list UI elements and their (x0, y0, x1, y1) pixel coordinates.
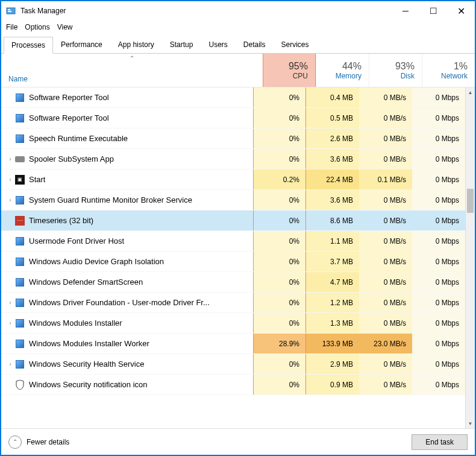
memory-value: 4.7 MB (306, 272, 359, 292)
shield-icon (14, 379, 25, 390)
cpu-value: 0% (253, 252, 306, 271)
column-network[interactable]: 1% Network (422, 54, 475, 87)
column-memory[interactable]: 44% Memory (316, 54, 369, 87)
app-default-icon (14, 195, 25, 206)
app-default-icon (14, 133, 25, 144)
process-list-area: Software Reporter Tool0%0.4 MB0 MB/s0 Mb… (1, 87, 475, 428)
menu-file[interactable]: File (6, 23, 17, 31)
minimize-button[interactable]: ─ (392, 2, 419, 20)
chevron-up-icon: ⌃ (8, 435, 22, 449)
network-value: 0 Mbps (412, 108, 465, 128)
network-value: 0 Mbps (412, 354, 465, 374)
memory-value: 22.4 MB (306, 169, 359, 189)
scroll-down-icon[interactable]: ▼ (466, 419, 475, 428)
tab-startup[interactable]: Startup (162, 36, 201, 53)
app-icon (6, 6, 16, 16)
start-icon: ▣ (14, 174, 25, 185)
tab-app-history[interactable]: App history (110, 36, 162, 53)
memory-value: 3.7 MB (306, 252, 359, 271)
app-default-icon (14, 256, 25, 267)
cpu-value: 0% (253, 190, 306, 210)
app-default-icon (14, 359, 25, 370)
process-row[interactable]: Speech Runtime Executable0%2.6 MB0 MB/s0… (1, 128, 465, 149)
footer: ⌃ Fewer details End task (1, 428, 475, 455)
process-row[interactable]: Windows Modules Installer Worker28.9%133… (1, 334, 465, 354)
expand-icon[interactable]: › (6, 197, 14, 203)
process-name-cell: ›Windows Driver Foundation - User-mode D… (1, 293, 253, 312)
tab-performance[interactable]: Performance (53, 36, 110, 53)
network-value: 0 Mbps (412, 211, 465, 230)
expand-icon[interactable]: › (6, 176, 14, 183)
tab-processes[interactable]: Processes (4, 37, 53, 54)
tab-details[interactable]: Details (236, 36, 274, 53)
process-name: Software Reporter Tool (29, 93, 109, 102)
memory-value: 1.2 MB (306, 293, 359, 312)
app-default-icon (14, 297, 25, 308)
process-row[interactable]: Usermode Font Driver Host0%1.1 MB0 MB/s0… (1, 231, 465, 252)
cpu-value: 0% (253, 313, 306, 333)
column-disk[interactable]: 93% Disk (369, 54, 422, 87)
process-row[interactable]: ›Windows Modules Installer0%1.3 MB0 MB/s… (1, 313, 465, 334)
column-cpu[interactable]: 95% CPU (263, 54, 316, 87)
memory-value: 8.6 MB (306, 211, 359, 230)
fewer-details-button[interactable]: ⌃ Fewer details (8, 435, 69, 449)
scroll-thumb[interactable] (467, 189, 474, 213)
maximize-button[interactable]: ☐ (419, 2, 447, 20)
menu-view[interactable]: View (57, 23, 73, 31)
task-manager-window: Task Manager ─ ☐ ✕ File Options View Pro… (0, 0, 476, 456)
cpu-value: 0% (253, 354, 306, 374)
expand-icon[interactable]: › (6, 361, 14, 367)
process-row[interactable]: ›Windows Security Health Service0%2.9 MB… (1, 354, 465, 375)
tab-users[interactable]: Users (201, 36, 235, 53)
process-row[interactable]: Software Reporter Tool0%0.4 MB0 MB/s0 Mb… (1, 87, 465, 108)
process-name-cell: ⋯Timeseries (32 bit) (1, 211, 253, 230)
process-name-cell: ›Windows Modules Installer (1, 313, 253, 333)
process-row[interactable]: ›System Guard Runtime Monitor Broker Ser… (1, 190, 465, 211)
process-name: Speech Runtime Executable (29, 134, 128, 143)
process-name-cell: Speech Runtime Executable (1, 128, 253, 148)
app-default-icon (14, 113, 25, 124)
process-row[interactable]: ›Windows Driver Foundation - User-mode D… (1, 293, 465, 313)
app-default-icon (14, 318, 25, 329)
process-name: Windows Driver Foundation - User-mode Dr… (29, 298, 210, 307)
process-name: Timeseries (32 bit) (29, 216, 93, 225)
process-row[interactable]: Windows Defender SmartScreen0%4.7 MB0 MB… (1, 272, 465, 293)
process-row[interactable]: ⋯Timeseries (32 bit)0%8.6 MB0 MB/s0 Mbps (1, 211, 465, 231)
disk-value: 23.0 MB/s (359, 334, 412, 353)
process-name: Windows Audio Device Graph Isolation (29, 257, 164, 266)
expand-icon[interactable]: › (6, 156, 14, 162)
process-row[interactable]: Windows Audio Device Graph Isolation0%3.… (1, 252, 465, 272)
process-name: Windows Security notification icon (29, 380, 148, 389)
process-row[interactable]: Software Reporter Tool0%0.5 MB0 MB/s0 Mb… (1, 108, 465, 128)
close-button[interactable]: ✕ (447, 2, 475, 20)
tabs: ProcessesPerformanceApp historyStartupUs… (1, 34, 475, 54)
disk-value: 0 MB/s (359, 149, 412, 169)
process-name-cell: Software Reporter Tool (1, 108, 253, 128)
expand-icon[interactable]: › (6, 320, 14, 326)
expand-icon[interactable]: › (6, 299, 14, 306)
end-task-button[interactable]: End task (412, 434, 468, 450)
menu-options[interactable]: Options (25, 23, 49, 31)
process-name-cell: Windows Security notification icon (1, 375, 253, 394)
process-name: Windows Defender SmartScreen (29, 277, 143, 287)
process-name: Software Reporter Tool (29, 113, 109, 122)
tab-services[interactable]: Services (274, 36, 317, 53)
disk-value: 0 MB/s (359, 313, 412, 333)
svg-rect-2 (8, 11, 11, 12)
process-row[interactable]: ›Spooler SubSystem App0%3.6 MB0 MB/s0 Mb… (1, 149, 465, 169)
cpu-value: 0% (253, 293, 306, 312)
app-default-icon (14, 277, 25, 288)
app-default-icon (14, 338, 25, 349)
process-row[interactable]: ›▣Start0.2%22.4 MB0.1 MB/s0 Mbps (1, 169, 465, 190)
titlebar[interactable]: Task Manager ─ ☐ ✕ (1, 1, 475, 21)
scrollbar[interactable]: ▲ ▼ (465, 87, 475, 428)
app-default-icon (14, 236, 25, 247)
process-row[interactable]: Windows Security notification icon0%0.9 … (1, 375, 465, 395)
column-name[interactable]: ⌃ Name (1, 54, 263, 87)
disk-value: 0 MB/s (359, 231, 412, 251)
window-title: Task Manager (20, 7, 392, 15)
disk-value: 0 MB/s (359, 375, 412, 394)
process-name: Windows Modules Installer Worker (29, 339, 149, 348)
network-value: 0 Mbps (412, 272, 465, 292)
scroll-up-icon[interactable]: ▲ (466, 87, 475, 97)
